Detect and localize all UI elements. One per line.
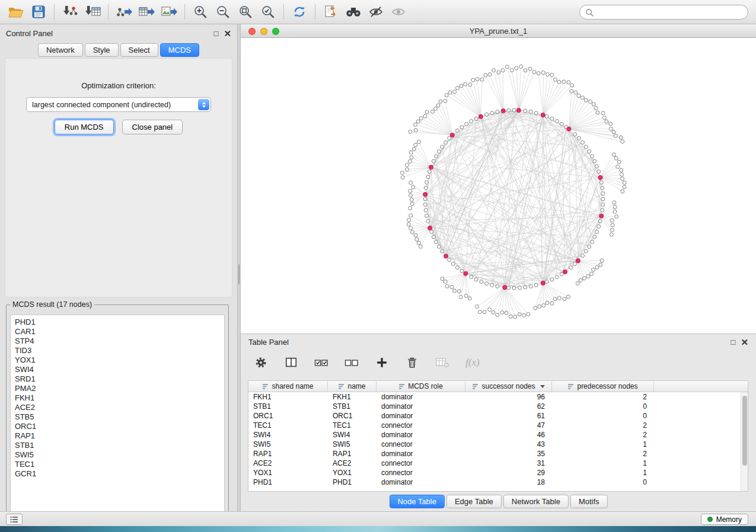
export-image-button[interactable]: [158, 2, 180, 21]
network-canvas[interactable]: [241, 38, 756, 334]
show-columns-button[interactable]: [284, 355, 298, 370]
sort-icon: [398, 383, 405, 390]
run-mcds-button[interactable]: Run MCDS: [55, 120, 114, 134]
add-column-button[interactable]: [375, 355, 389, 370]
mcds-result-item[interactable]: RAP1: [15, 431, 220, 441]
zoom-out-button[interactable]: [212, 2, 234, 21]
show-all-button[interactable]: [387, 2, 410, 21]
table-cell: ORC1: [328, 412, 377, 420]
tab-edge-table[interactable]: Edge Table: [446, 495, 502, 508]
open-file-button[interactable]: [5, 2, 27, 21]
export-network-button[interactable]: [113, 2, 135, 21]
panel-menu-button[interactable]: [6, 514, 23, 525]
mcds-result-item[interactable]: TEC1: [15, 460, 220, 469]
table-cell: 2: [552, 421, 654, 430]
mcds-result-item[interactable]: PHD1: [15, 318, 220, 327]
tab-select[interactable]: Select: [120, 43, 158, 57]
save-icon: [32, 5, 45, 18]
mcds-result-item[interactable]: SRD1: [15, 374, 220, 384]
zoom-selected-button[interactable]: [257, 2, 279, 21]
table-row[interactable]: FKH1FKH1dominator962: [248, 392, 748, 402]
table-cell: dominator: [377, 412, 465, 420]
column-header-successor-nodes[interactable]: successor nodes: [465, 381, 552, 392]
table-row[interactable]: YOX1YOX1connector291: [248, 468, 748, 477]
zoom-in-icon: [193, 5, 208, 19]
mcds-result-item[interactable]: STB1: [15, 441, 220, 450]
tab-style[interactable]: Style: [85, 43, 119, 57]
optimization-label: Optimization criterion:: [5, 81, 232, 90]
mcds-result-item[interactable]: CAR1: [15, 327, 220, 336]
select-all-button[interactable]: [314, 355, 328, 370]
close-window-icon[interactable]: [248, 28, 256, 35]
mcds-result-item[interactable]: TID3: [15, 346, 220, 355]
mcds-result-item[interactable]: GCR1: [15, 469, 220, 479]
zoom-in-button[interactable]: [189, 2, 212, 21]
table-row[interactable]: ACE2ACE2connector311: [248, 459, 748, 468]
float-panel-icon[interactable]: □: [214, 30, 219, 37]
function-builder-button[interactable]: f(x): [465, 355, 480, 370]
column-header-MCDS-role[interactable]: MCDS role: [377, 381, 465, 392]
search-input[interactable]: [597, 8, 742, 17]
column-header-name[interactable]: name: [328, 381, 377, 392]
clear-table-icon: [435, 356, 449, 369]
column-header-shared-name[interactable]: shared name: [248, 381, 328, 392]
mcds-result-item[interactable]: PMA2: [15, 384, 220, 393]
table-cell: PHD1: [328, 478, 377, 486]
mcds-result-item[interactable]: STB5: [15, 412, 220, 422]
import-network-button[interactable]: [59, 2, 81, 21]
memory-button[interactable]: Memory: [701, 514, 748, 525]
table-cell: ACE2: [328, 459, 377, 467]
table-row[interactable]: SWI5SWI5connector431: [248, 440, 748, 449]
table-settings-button[interactable]: [254, 355, 268, 370]
criterion-select[interactable]: largest connected component (undirected): [26, 97, 211, 112]
column-header-predecessor-nodes[interactable]: predecessor nodes: [552, 381, 654, 392]
table-row[interactable]: SWI4SWI4dominator462: [248, 430, 748, 440]
network-from-selection-button[interactable]: [320, 2, 342, 21]
import-table-button[interactable]: [81, 2, 104, 21]
tab-network[interactable]: Network: [38, 43, 83, 57]
mcds-result-item[interactable]: YOX1: [15, 355, 220, 365]
table-row[interactable]: RAP1RAP1dominator352: [248, 449, 748, 459]
table-row[interactable]: TEC1TEC1connector472: [248, 421, 748, 430]
mcds-result-item[interactable]: STP4: [15, 336, 220, 346]
maximize-window-icon[interactable]: [272, 28, 279, 35]
tab-motifs[interactable]: Motifs: [570, 495, 608, 508]
mcds-result-item[interactable]: FKH1: [15, 393, 220, 403]
save-session-button[interactable]: [27, 2, 50, 21]
hide-selected-button[interactable]: [365, 2, 387, 21]
export-table-button[interactable]: [135, 2, 158, 21]
apply-layout-button[interactable]: [288, 2, 311, 21]
control-panel-tabs: NetworkStyleSelectMCDS: [0, 43, 237, 57]
table-cell: ACE2: [248, 459, 328, 467]
delete-column-button[interactable]: [405, 355, 419, 370]
close-panel-button[interactable]: Close panel: [122, 120, 183, 134]
zoom-fit-button[interactable]: [234, 2, 257, 21]
close-table-panel-icon[interactable]: ✕: [741, 338, 748, 347]
tab-network-table[interactable]: Network Table: [503, 495, 569, 508]
mcds-result-item[interactable]: ORC1: [15, 422, 220, 431]
mcds-result-item[interactable]: SWI5: [15, 450, 220, 460]
clear-table-button[interactable]: [435, 355, 449, 370]
mcds-result-item[interactable]: SWI4: [15, 365, 220, 374]
table-scrollbar[interactable]: [741, 392, 748, 491]
mcds-result-item[interactable]: ACE2: [15, 403, 220, 412]
minimize-window-icon[interactable]: [260, 28, 267, 35]
search-box[interactable]: [579, 5, 748, 20]
tab-node-table[interactable]: Node Table: [389, 495, 445, 508]
scrollbar-thumb[interactable]: [742, 396, 747, 466]
table-row[interactable]: STB1STB1dominator620: [248, 402, 748, 411]
close-panel-icon[interactable]: ✕: [224, 29, 231, 38]
table-row[interactable]: ORC1ORC1dominator610: [248, 411, 748, 421]
export-table-icon: [139, 5, 155, 19]
tab-mcds[interactable]: MCDS: [160, 43, 199, 57]
table-row[interactable]: PHD1PHD1dominator180: [248, 477, 748, 487]
network-window: YPA_prune.txt_1: [241, 24, 756, 334]
find-button[interactable]: [342, 2, 365, 21]
network-graph[interactable]: [241, 38, 756, 334]
mcds-result-list[interactable]: PHD1CAR1STP4TID3YOX1SWI4SRD1PMA2FKH1ACE2…: [10, 315, 225, 517]
table-cell: SWI5: [328, 440, 377, 448]
main-toolbar: [0, 0, 756, 24]
unselect-all-button[interactable]: [344, 355, 359, 370]
float-table-panel-icon[interactable]: □: [731, 338, 736, 346]
table-cell: TEC1: [248, 421, 328, 430]
